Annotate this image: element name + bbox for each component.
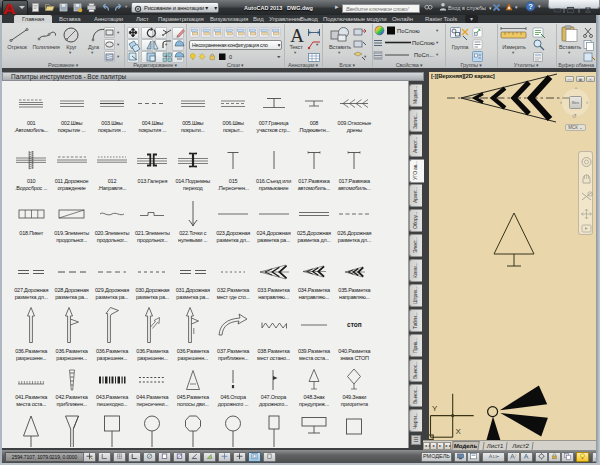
svg-text:?: ? <box>528 2 533 11</box>
svg-text:0: 0 <box>229 54 232 60</box>
svg-text:1:1: 1:1 <box>493 455 498 459</box>
svg-text:Y: Y <box>432 404 438 413</box>
svg-text:X: X <box>456 427 462 436</box>
